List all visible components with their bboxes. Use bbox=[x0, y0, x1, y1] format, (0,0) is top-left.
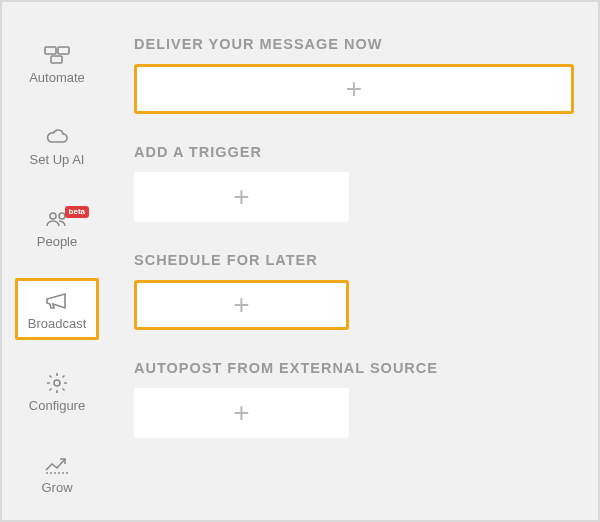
add-schedule-button[interactable]: + bbox=[134, 280, 349, 330]
bricks-icon bbox=[44, 42, 70, 68]
section-add-trigger: ADD A TRIGGER + bbox=[134, 144, 582, 222]
section-schedule-later: SCHEDULE FOR LATER + bbox=[134, 252, 582, 330]
section-autopost: AUTOPOST FROM EXTERNAL SOURCE + bbox=[134, 360, 582, 438]
svg-rect-1 bbox=[58, 47, 69, 54]
sidebar-item-people[interactable]: beta People bbox=[15, 196, 99, 258]
sidebar-item-label: Broadcast bbox=[28, 316, 87, 331]
sidebar-item-label: People bbox=[37, 234, 77, 249]
sidebar-item-setup-ai[interactable]: Set Up AI bbox=[15, 114, 99, 176]
sidebar-item-configure[interactable]: Configure bbox=[15, 360, 99, 422]
add-trigger-button[interactable]: + bbox=[134, 172, 349, 222]
megaphone-icon bbox=[44, 288, 70, 314]
add-deliver-now-button[interactable]: + bbox=[134, 64, 574, 114]
app-layout: Automate Set Up AI bbox=[8, 8, 592, 514]
add-autopost-button[interactable]: + bbox=[134, 388, 349, 438]
sidebar: Automate Set Up AI bbox=[8, 8, 106, 514]
plus-icon: + bbox=[233, 291, 249, 319]
sidebar-item-broadcast[interactable]: Broadcast bbox=[15, 278, 99, 340]
sidebar-item-label: Set Up AI bbox=[30, 152, 85, 167]
plus-icon: + bbox=[233, 399, 249, 427]
section-title: ADD A TRIGGER bbox=[134, 144, 582, 160]
sidebar-item-grow[interactable]: Grow bbox=[15, 442, 99, 504]
growth-icon bbox=[44, 452, 70, 478]
app-frame: Automate Set Up AI bbox=[0, 0, 600, 522]
svg-rect-0 bbox=[45, 47, 56, 54]
plus-icon: + bbox=[346, 75, 362, 103]
svg-rect-2 bbox=[51, 56, 62, 63]
sidebar-item-automate[interactable]: Automate bbox=[15, 32, 99, 94]
gear-icon bbox=[46, 370, 68, 396]
main-panel: DELIVER YOUR MESSAGE NOW + ADD A TRIGGER… bbox=[106, 8, 592, 514]
section-title: AUTOPOST FROM EXTERNAL SOURCE bbox=[134, 360, 582, 376]
sidebar-item-label: Grow bbox=[41, 480, 72, 495]
section-title: DELIVER YOUR MESSAGE NOW bbox=[134, 36, 582, 52]
svg-point-3 bbox=[50, 213, 56, 219]
svg-point-5 bbox=[54, 380, 60, 386]
cloud-icon bbox=[44, 124, 70, 150]
sidebar-item-label: Configure bbox=[29, 398, 85, 413]
plus-icon: + bbox=[233, 183, 249, 211]
sidebar-item-label: Automate bbox=[29, 70, 85, 85]
section-title: SCHEDULE FOR LATER bbox=[134, 252, 582, 268]
section-deliver-now: DELIVER YOUR MESSAGE NOW + bbox=[134, 36, 582, 114]
beta-badge: beta bbox=[65, 206, 89, 218]
